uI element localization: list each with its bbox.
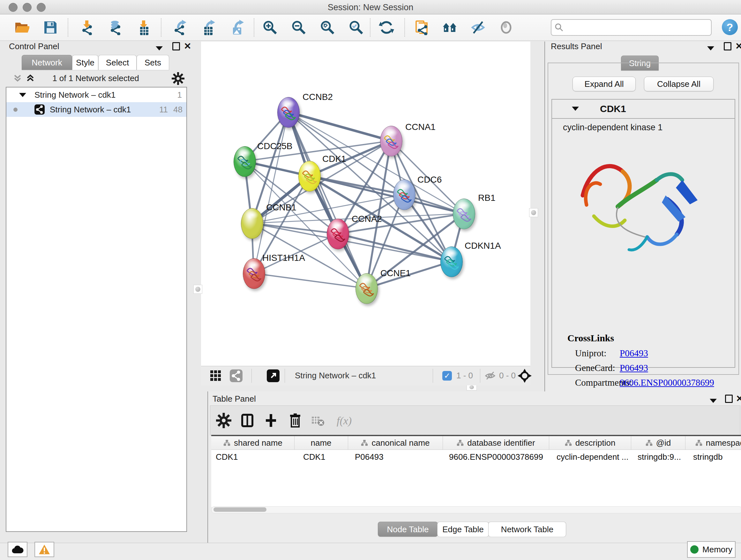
tab-select[interactable]: Select [98,55,137,70]
zoom-in-icon[interactable] [262,20,278,35]
cloud-status-button[interactable] [8,542,27,557]
warning-status-button[interactable] [35,542,54,557]
delete-table-icon[interactable] [311,413,326,428]
network-view-title: String Network – cdk1 [295,371,376,381]
network-node-hist1h1a[interactable] [243,258,265,289]
memory-status-dot-icon [690,545,698,554]
import-network-file-icon[interactable] [79,20,94,35]
cell-canonical-name[interactable]: P06493 [348,450,450,464]
network-node-cdc25b[interactable] [233,146,256,177]
network-node-ccne1[interactable] [355,273,378,304]
column-header-description[interactable]: description [549,436,631,449]
section-expander-icon[interactable] [572,107,579,111]
crosslink-link[interactable]: P06493 [620,363,648,373]
save-session-icon[interactable] [43,20,58,35]
gear-icon[interactable] [216,413,231,428]
results-panel-float-icon[interactable] [724,42,731,52]
left-splitter-grip[interactable] [193,285,202,294]
tab-sets[interactable]: Sets [137,55,169,70]
column-header--id[interactable]: @id [631,436,685,449]
hide-glasspane-icon[interactable] [470,20,486,35]
crosslink-link[interactable]: 9606.ENSP00000378699 [620,377,714,388]
network-options-gear-icon[interactable] [172,72,185,85]
column-header-canonical-name[interactable]: canonical name [348,436,443,449]
inspector-eye-icon[interactable] [498,20,514,35]
toolbar-separator [254,18,254,37]
control-panel-collapse-icon[interactable] [156,44,163,52]
tab-network-table[interactable]: Network Table [488,522,566,537]
search-input[interactable] [566,21,708,33]
birds-eye-view-icon[interactable] [210,370,221,383]
export-network-icon[interactable] [171,20,186,35]
export-table-icon[interactable] [200,20,215,35]
crosslink-link[interactable]: P06493 [620,348,648,359]
results-panel-close-icon[interactable]: ✕ [735,41,741,51]
column-header-namespace[interactable]: namespace [685,436,741,449]
tab-edge-table[interactable]: Edge Table [437,522,489,537]
cell-database-identifier[interactable]: 9606.ENSP00000378699 [443,450,555,464]
table-horizontal-scrollbar[interactable] [211,506,741,513]
toolbar-separator [370,18,370,37]
table-row[interactable]: CDK1CDK1P064939606.ENSP00000378699cyclin… [211,450,741,464]
import-network-database-icon[interactable] [107,20,123,35]
cell-namespace[interactable]: stringdb [685,450,741,464]
search-box[interactable] [551,19,712,36]
tab-node-table[interactable]: Node Table [378,522,438,537]
help-icon[interactable]: ? [722,19,738,35]
cell--id[interactable]: stringdb:9... [631,450,692,464]
right-splitter-grip[interactable] [529,208,538,217]
zoom-selected-icon[interactable] [348,20,364,35]
cell-shared-name[interactable]: CDK1 [211,450,299,464]
table-panel-collapse-icon[interactable] [710,396,717,405]
column-header-database-identifier[interactable]: database identifier [443,436,549,449]
columns-icon[interactable] [240,413,255,428]
zoom-fit-icon[interactable] [320,20,335,35]
table-panel-float-icon[interactable] [725,395,733,405]
function-builder-icon[interactable]: f(x) [335,413,359,428]
zoom-out-icon[interactable] [291,20,307,35]
tab-network[interactable]: Network [22,55,72,70]
cdk1-section-header[interactable]: CDK1 [552,100,735,119]
collection-expander-icon[interactable] [19,93,26,97]
selected-count-checkbox[interactable]: ✓ [442,371,452,381]
open-in-browser-icon[interactable] [267,369,280,383]
network-node-count: 11 [159,102,168,117]
collapse-all-button[interactable]: Collapse All [644,77,714,91]
string-home-icon[interactable] [442,20,458,35]
refresh-icon[interactable] [379,20,394,35]
import-table-file-icon[interactable] [136,20,151,35]
cell-description[interactable]: cyclin-dependent ... [549,450,638,464]
network-node-rb1[interactable] [453,199,475,229]
fit-content-crosshair-icon[interactable] [518,369,532,384]
network-node-ccnb2[interactable] [277,97,300,128]
network-collection-row[interactable]: String Network – cdk1 1 [6,87,186,102]
share-session-file-icon[interactable] [414,20,429,35]
network-tree: String Network – cdk1 1 String Network –… [6,87,187,532]
table-panel-close-icon[interactable]: ✕ [736,393,741,404]
network-view-canvas[interactable]: CCNB2CCNA1CDC25BCDK1CDC6RB1CCNB1CCNA2CDK… [201,42,530,366]
cell-name[interactable]: CDK1 [294,450,357,464]
main-toolbar: ? [0,14,741,41]
control-panel-float-icon[interactable] [172,42,180,52]
expand-all-button[interactable]: Expand All [572,77,636,91]
scrollbar-thumb[interactable] [213,507,266,512]
control-panel-close-icon[interactable]: ✕ [184,41,191,51]
network-node-ccna2[interactable] [327,219,349,249]
column-header-name[interactable]: name [294,436,348,449]
network-node-ccnb1[interactable] [241,208,263,239]
memory-button[interactable]: Memory [687,541,736,558]
network-row[interactable]: String Network – cdk1 11 48 [6,102,186,117]
control-panel-title: Control Panel [9,42,59,51]
column-header-shared-name[interactable]: shared name [211,436,294,449]
export-image-icon[interactable] [228,20,244,35]
open-session-icon[interactable] [14,20,29,35]
string-network-badge-icon[interactable] [230,369,243,383]
add-column-icon[interactable] [263,413,279,428]
network-node-cdc6[interactable] [393,179,415,210]
results-panel-collapse-icon[interactable] [707,44,714,52]
delete-column-icon[interactable] [287,413,303,428]
network-node-cdkn1a[interactable] [441,246,463,277]
network-node-ccna1[interactable] [380,126,402,157]
tab-style[interactable]: Style [72,55,98,70]
network-node-cdk1[interactable] [298,161,321,192]
